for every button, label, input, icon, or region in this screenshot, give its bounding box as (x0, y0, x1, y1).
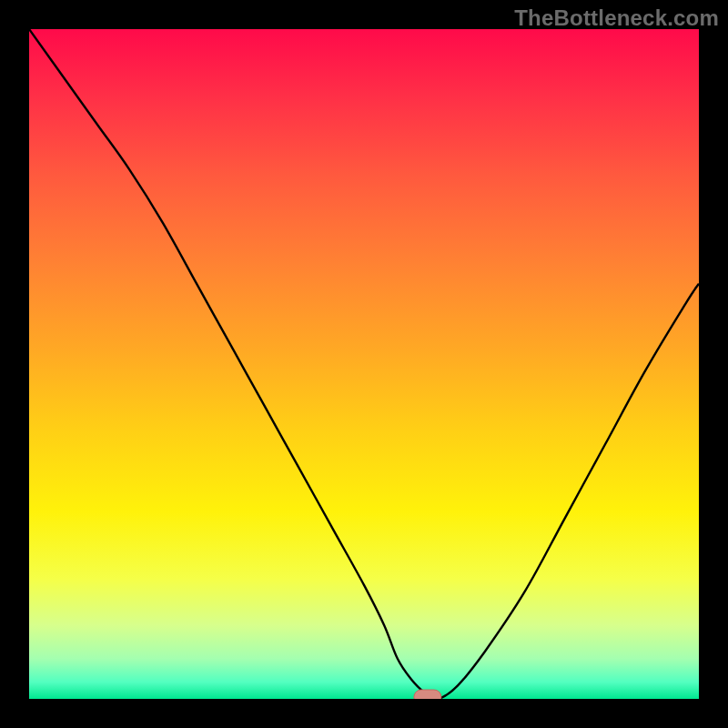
gradient-background (29, 29, 699, 699)
bottleneck-chart (29, 29, 699, 699)
optimal-point-marker (414, 690, 441, 699)
watermark-text: TheBottleneck.com (514, 5, 719, 31)
chart-frame: TheBottleneck.com (0, 0, 728, 728)
